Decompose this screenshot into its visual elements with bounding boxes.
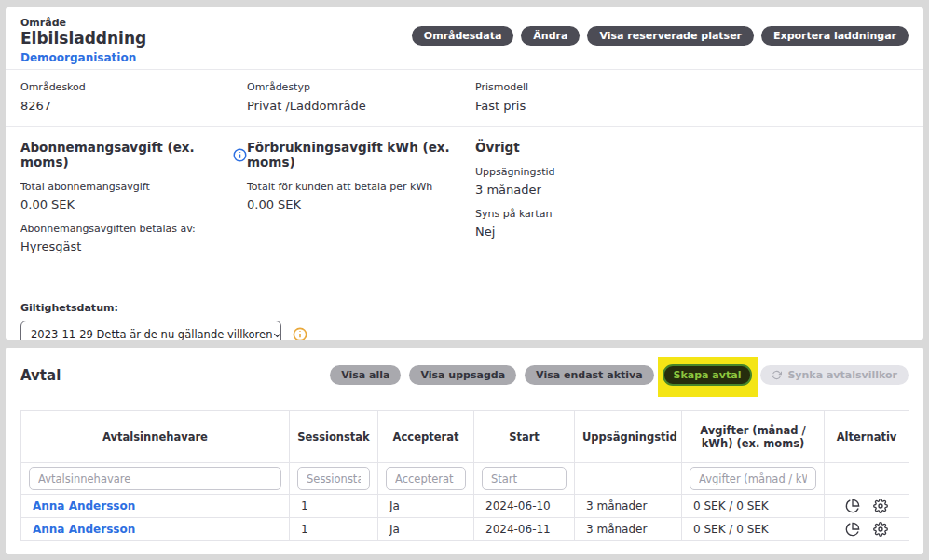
avtal-title: Avtal [20, 367, 61, 384]
field-value: Privat /Laddområde [247, 99, 475, 113]
visa-reserverade-platser-button[interactable]: Visa reserverade platser [587, 26, 754, 46]
sync-icon [772, 370, 782, 380]
synka-avtalsvillkor-label: Synka avtalsvillkor [787, 369, 897, 381]
gear-icon[interactable] [873, 522, 888, 537]
avtalsinnehavare-link[interactable]: Anna Andersson [21, 518, 290, 541]
visa-alla-button[interactable]: Visa alla [330, 365, 401, 385]
info-icon[interactable] [233, 148, 247, 162]
filter-sessionstak-input[interactable] [297, 467, 370, 490]
field-total-abonnemangsavgift: Total abonnemangsavgift 0.00 SEK [20, 181, 247, 212]
table-row: Anna Andersson 1 Ja 2024-06-11 3 månader… [21, 518, 909, 541]
field-label: Områdestyp [247, 81, 475, 93]
avtal-card: Avtal Visa alla Visa uppsagda Visa endas… [6, 348, 923, 554]
gear-icon[interactable] [873, 499, 888, 513]
field-value: 0.00 SEK [247, 198, 475, 212]
field-label: Abonnemangsavgiften betalas av: [20, 223, 247, 235]
omradesdata-button[interactable]: Områdesdata [412, 26, 514, 46]
field-value: 0.00 SEK [20, 198, 247, 212]
area-kicker: Område [20, 17, 146, 29]
field-label: Uppsägningstid [475, 166, 909, 178]
andra-button[interactable]: Ändra [521, 26, 580, 46]
validity-label: Giltighetsdatum: [20, 302, 909, 314]
column-header-avtalsinnehavare: Avtalsinnehavare [21, 411, 290, 463]
column-header-alternativ: Alternativ [825, 411, 909, 463]
field-label: Prismodell [475, 81, 909, 93]
field-betalas-av: Abonnemangsavgiften betalas av: Hyresgäs… [20, 223, 247, 253]
skapa-avtal-button[interactable]: Skapa avtal [663, 364, 753, 386]
page-title: Elbilsladdning [20, 29, 146, 48]
title-block: Område Elbilsladdning Demoorganisation [20, 17, 146, 65]
avgifter-value: 0 SEK / 0 SEK [682, 495, 825, 518]
column-header-uppsagningstid: Uppsägningstid [575, 411, 682, 463]
uppsagningstid-value: 3 månader [575, 518, 682, 541]
field-label: Totalt för kunden att betala per kWh [247, 181, 475, 193]
area-details-card: Område Elbilsladdning Demoorganisation O… [6, 7, 923, 340]
section-forbrukningsavgift: Förbrukningsavgift kWh (ex. moms) Totalt… [247, 140, 475, 265]
row-actions [825, 495, 909, 518]
field-value: 3 månader [475, 183, 909, 197]
sessionstak-value: 1 [290, 495, 378, 518]
pie-chart-icon[interactable] [845, 522, 860, 537]
area-info-fields: Områdeskod 8267 Områdestyp Privat /Laddo… [6, 70, 923, 126]
avtalsinnehavare-link[interactable]: Anna Andersson [21, 495, 290, 518]
accepterat-value: Ja [378, 518, 474, 541]
field-totalt-per-kwh: Totalt för kunden att betala per kWh 0.0… [247, 181, 475, 212]
skapa-avtal-highlight: Skapa avtal [663, 364, 753, 386]
synka-avtalsvillkor-button[interactable]: Synka avtalsvillkor [760, 365, 909, 385]
area-header: Område Elbilsladdning Demoorganisation O… [6, 7, 923, 69]
column-header-start: Start [474, 411, 575, 463]
field-value: 8267 [20, 99, 247, 113]
avtal-buttons: Visa alla Visa uppsagda Visa endast akti… [330, 364, 909, 386]
exportera-laddningar-button[interactable]: Exportera laddningar [761, 26, 909, 46]
uppsagningstid-value: 3 månader [575, 495, 682, 518]
field-value: Fast pris [475, 99, 909, 113]
pie-chart-icon[interactable] [845, 499, 860, 513]
table-header-row: Avtalsinnehavare Sessionstak Accepterat … [21, 411, 909, 463]
visa-endast-aktiva-button[interactable]: Visa endast aktiva [525, 365, 653, 385]
validity-block: Giltighetsdatum: 2023-11-29 Detta är de … [20, 302, 909, 340]
column-header-avgifter: Avgifter (månad / kWh) (ex. moms) [682, 411, 825, 463]
section-ovrigt: Övrigt Uppsägningstid 3 månader Syns på … [475, 140, 909, 265]
field-uppsagningstid: Uppsägningstid 3 månader [475, 166, 909, 197]
fee-sections: Abonnemangsavgift (ex. moms) Total abonn… [6, 127, 923, 265]
column-header-sessionstak: Sessionstak [290, 411, 378, 463]
table-row: Anna Andersson 1 Ja 2024-06-10 3 månader… [21, 495, 909, 518]
accepterat-value: Ja [378, 495, 474, 518]
field-label: Områdeskod [20, 81, 247, 93]
filter-start-input[interactable] [482, 467, 567, 490]
visa-uppsagda-button[interactable]: Visa uppsagda [409, 365, 516, 385]
avtal-table: Avtalsinnehavare Sessionstak Accepterat … [20, 410, 909, 541]
field-omradeskod: Områdeskod 8267 [20, 81, 247, 113]
field-prismodell: Prismodell Fast pris [475, 81, 909, 113]
field-label: Syns på kartan [475, 208, 909, 220]
validity-date-select[interactable]: 2023-11-29 Detta är de nu gällande villk… [20, 321, 281, 340]
filter-row [21, 463, 909, 495]
start-value: 2024-06-10 [474, 495, 575, 518]
start-value: 2024-06-11 [474, 518, 575, 541]
field-value: Nej [475, 225, 909, 239]
header-buttons: Områdesdata Ändra Visa reserverade plats… [412, 26, 909, 46]
row-actions [825, 518, 909, 541]
filter-avgifter-input[interactable] [690, 467, 816, 490]
field-syns-pa-kartan: Syns på kartan Nej [475, 208, 909, 239]
organisation-link[interactable]: Demoorganisation [20, 51, 136, 64]
section-title: Övrigt [475, 140, 520, 155]
section-title: Förbrukningsavgift kWh (ex. moms) [247, 140, 475, 170]
avgifter-value: 0 SEK / 0 SEK [682, 518, 825, 541]
chevron-down-icon [272, 330, 281, 340]
avtal-header: Avtal Visa alla Visa uppsagda Visa endas… [6, 348, 923, 386]
sessionstak-value: 1 [290, 518, 378, 541]
section-abonnemangsavgift: Abonnemangsavgift (ex. moms) Total abonn… [20, 140, 247, 265]
filter-avtalsinnehavare-input[interactable] [29, 467, 281, 490]
field-value: Hyresgäst [20, 239, 247, 253]
filter-accepterat-input[interactable] [386, 467, 466, 490]
column-header-accepterat: Accepterat [378, 411, 474, 463]
warning-info-icon[interactable] [293, 327, 307, 340]
field-omradestyp: Områdestyp Privat /Laddområde [247, 81, 475, 113]
field-label: Total abonnemangsavgift [20, 181, 247, 193]
validity-selected-option: 2023-11-29 Detta är de nu gällande villk… [31, 328, 272, 340]
section-title: Abonnemangsavgift (ex. moms) [20, 140, 227, 170]
